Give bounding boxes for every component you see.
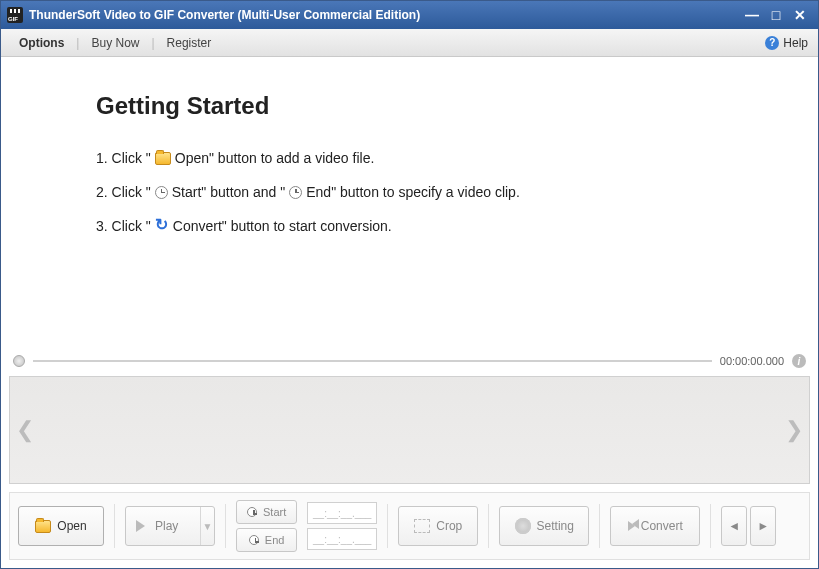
start-button[interactable]: Start: [236, 500, 297, 524]
close-button[interactable]: ✕: [788, 6, 812, 24]
timeline: 00:00:00.000 i: [1, 350, 818, 372]
getting-started-panel: Getting Started 1. Click " Open" button …: [1, 57, 818, 350]
maximize-button[interactable]: □: [764, 6, 788, 24]
play-label: Play: [151, 519, 194, 533]
menu-options[interactable]: Options: [11, 32, 72, 54]
clock-icon: [289, 186, 302, 199]
end-time-field[interactable]: __:__:__.___: [307, 528, 377, 550]
next-arrow[interactable]: ❯: [785, 417, 803, 443]
titlebar: ThunderSoft Video to GIF Converter (Mult…: [1, 1, 818, 29]
open-button[interactable]: Open: [18, 506, 104, 546]
app-icon: [7, 7, 23, 23]
timeline-thumb[interactable]: [13, 355, 25, 367]
setting-button[interactable]: Setting: [499, 506, 589, 546]
info-icon[interactable]: i: [792, 354, 806, 368]
convert-arrows-icon: [628, 521, 635, 531]
play-icon: [136, 520, 145, 532]
clock-icon: [155, 186, 168, 199]
help-button[interactable]: ? Help: [765, 36, 808, 50]
time-display: 00:00:00.000: [720, 355, 784, 367]
start-label: Start: [263, 506, 286, 518]
app-window: ThunderSoft Video to GIF Converter (Mult…: [0, 0, 819, 569]
separator: [599, 504, 600, 548]
folder-icon: [35, 520, 51, 533]
separator: [114, 504, 115, 548]
convert-button[interactable]: Convert: [610, 506, 700, 546]
convert-icon: [155, 219, 169, 233]
step-1: 1. Click " Open" button to add a video f…: [96, 150, 723, 166]
play-button[interactable]: Play ▼: [125, 506, 215, 546]
folder-icon: [155, 152, 171, 165]
thumbnail-strip: ❮ ❯: [9, 376, 810, 484]
gear-icon: [515, 518, 531, 534]
menu-buy-now[interactable]: Buy Now: [83, 32, 147, 54]
step-3: 3. Click " Convert" button to start conv…: [96, 218, 723, 234]
start-time-field[interactable]: __:__:__.___: [307, 502, 377, 524]
menubar: Options | Buy Now | Register ? Help: [1, 29, 818, 57]
setting-label: Setting: [537, 519, 574, 533]
separator: [225, 504, 226, 548]
crop-icon: [414, 519, 430, 533]
nav-next-button[interactable]: ►: [750, 506, 776, 546]
separator: |: [76, 36, 79, 50]
minimize-button[interactable]: —: [740, 6, 764, 24]
separator: [710, 504, 711, 548]
clock-icon: [249, 535, 259, 545]
nav-prev-button[interactable]: ◄: [721, 506, 747, 546]
help-icon: ?: [765, 36, 779, 50]
separator: [387, 504, 388, 548]
play-dropdown[interactable]: ▼: [200, 507, 214, 545]
clock-icon: [247, 507, 257, 517]
prev-arrow[interactable]: ❮: [16, 417, 34, 443]
end-button[interactable]: End: [236, 528, 297, 552]
separator: |: [151, 36, 154, 50]
end-label: End: [265, 534, 285, 546]
help-label: Help: [783, 36, 808, 50]
toolbar: Open Play ▼ Start End __:__:__.___ __:__…: [9, 492, 810, 560]
open-label: Open: [57, 519, 86, 533]
heading: Getting Started: [96, 92, 723, 120]
separator: [488, 504, 489, 548]
timeline-track[interactable]: [33, 360, 712, 362]
crop-button[interactable]: Crop: [398, 506, 478, 546]
step-2: 2. Click " Start" button and " End" butt…: [96, 184, 723, 200]
menu-register[interactable]: Register: [159, 32, 220, 54]
crop-label: Crop: [436, 519, 462, 533]
window-title: ThunderSoft Video to GIF Converter (Mult…: [29, 8, 740, 22]
convert-label: Convert: [641, 519, 683, 533]
